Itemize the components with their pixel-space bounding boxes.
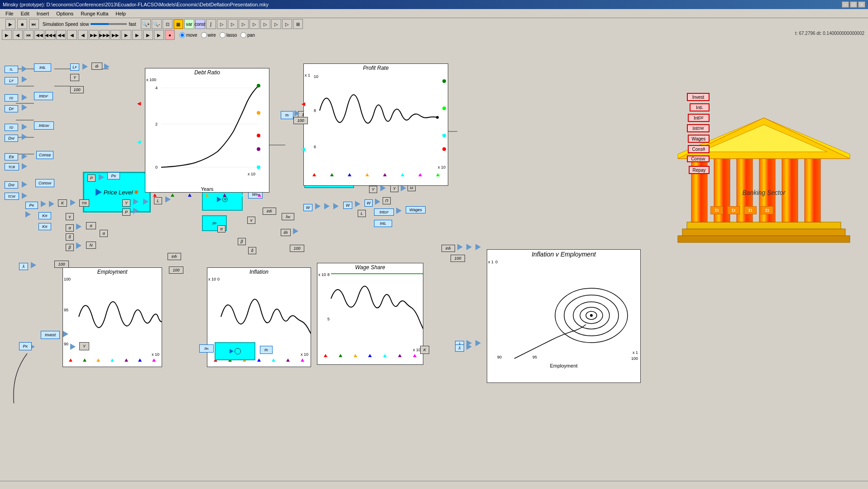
menu-file[interactable]: File [2,10,17,17]
infr-block3[interactable]: infr [168,253,181,260]
intDF-block[interactable]: IntDF [34,92,53,100]
st4-block[interactable]: Σt [761,206,773,214]
intL-btn[interactable]: IntL [690,103,710,111]
tCW-block[interactable]: τCW [5,193,19,200]
rD-block1[interactable]: rD [5,94,18,102]
100-block3[interactable]: 100 [290,245,304,252]
employment-chart[interactable]: Employment 100 95 90 x 10 [62,267,162,367]
zoom-out-button[interactable]: 🔍- [152,19,162,29]
prev4-btn[interactable]: ◀◀ [56,30,66,40]
btn2[interactable]: ▷ [228,19,238,29]
next2-btn[interactable]: ▶▶▶ [100,30,110,40]
btn7[interactable]: ▷ [282,19,292,29]
next7-btn[interactable]: ▶ [154,30,164,40]
EB-block[interactable]: EB [5,153,18,160]
dlamb-block[interactable]: ∂λ [281,229,291,236]
zoom-fit-button[interactable]: ⊡ [163,19,173,29]
W-block2[interactable]: W [343,202,352,209]
beta-block2[interactable]: β [238,238,246,245]
integ-button[interactable]: ∫ [206,19,216,29]
K-block[interactable]: K [58,199,67,207]
Pi-block[interactable]: Π [383,197,391,204]
PK-block1[interactable]: PK [107,172,120,179]
100-block7[interactable]: 100 [169,266,183,274]
next3-btn[interactable]: ▶▶ [110,30,120,40]
next4-btn[interactable]: ▶ [121,30,131,40]
stop-button[interactable]: ■ [17,19,27,29]
infr-block1[interactable]: infr [263,208,276,215]
v-block2[interactable]: v [247,217,255,224]
IntL-block2[interactable]: IntL [374,220,392,227]
DF-block[interactable]: DF [5,105,18,112]
intDW-btn[interactable]: IntDW [687,124,710,132]
tCB-block[interactable]: τCB [5,163,19,170]
close-button[interactable]: × [858,1,865,8]
alpha-block1[interactable]: α [66,224,74,232]
Y-block5[interactable]: Y [79,342,89,350]
var-button[interactable]: var [184,19,194,29]
piR-block2[interactable]: πr [260,346,273,354]
inflation-employment-chart[interactable]: Inflation v Employment x 1 0 x 1 100 90 … [487,249,641,383]
YR-block[interactable]: YR [79,199,89,207]
move-radio[interactable] [179,32,185,38]
zoom-in-button[interactable]: 🔍+ [141,19,151,29]
menu-options[interactable]: Options [53,10,77,17]
L-block2[interactable]: L [358,210,366,217]
alpha-block4[interactable]: α [217,225,225,232]
menu-insert[interactable]: Insert [33,10,53,17]
beta-block[interactable]: β [66,244,74,251]
W-block3[interactable]: W [364,199,373,207]
lambda-block1[interactable]: λ [19,263,28,270]
KR-block2[interactable]: KR [38,223,51,230]
btn5[interactable]: ▷ [260,19,270,29]
repay-btn[interactable]: Repay [689,166,710,174]
btn4[interactable]: ▷ [249,19,259,29]
PK-block2[interactable]: PK [25,202,38,209]
rewind-btn[interactable]: ◀ [13,30,23,40]
const-button[interactable]: const [195,19,205,29]
maximize-button[interactable]: □ [850,1,857,8]
btn3[interactable]: ▷ [239,19,249,29]
L-block[interactable]: L [154,197,162,204]
st-block[interactable]: Σt [710,206,723,214]
consW-btn[interactable]: ConsW [687,155,710,162]
intDF-btn[interactable]: IntDF [688,114,710,122]
rD-block2[interactable]: rD [5,124,18,131]
wages-btn[interactable]: Wages [688,135,710,143]
infr-block2[interactable]: infr [441,245,455,252]
100-block6[interactable]: 100 [293,117,308,124]
plot-button[interactable]: ▦ [173,19,183,29]
Y-block4[interactable]: Y [390,185,398,192]
K-block2[interactable]: K [420,346,429,354]
lambda-block3[interactable]: λ [455,344,464,352]
consW-block[interactable]: ConsW [35,179,54,187]
st2-block[interactable]: Σt [727,206,740,214]
pan-radio[interactable] [240,32,246,38]
st3-block[interactable]: Σt [744,206,757,214]
speed-slider[interactable] [91,23,127,25]
play-btn[interactable]: ▶ [2,30,12,40]
v-block1[interactable]: v [66,213,74,220]
Y-block1[interactable]: Y [70,74,79,81]
prev-btn[interactable]: ⏮ [24,30,34,40]
wire-radio[interactable] [201,32,207,38]
next-btn[interactable]: ▶▶ [89,30,99,40]
IntDF-block2[interactable]: IntDF [374,208,394,216]
debt-ratio-chart[interactable]: Debt Ratio x 100 4 2 0 x 10 Years [145,68,269,193]
step-button[interactable]: ⏭ [29,19,39,29]
prev6-btn[interactable]: ◀ [78,30,88,40]
invest-block2[interactable]: Invest [41,331,60,339]
KR-block1[interactable]: KR [38,212,51,219]
W-block1[interactable]: W [303,204,312,211]
Y-block2[interactable]: Y [122,199,130,207]
PK-block3[interactable]: PK [19,342,32,350]
prev3-btn[interactable]: ◀◀◀ [45,30,55,40]
delta-block2[interactable]: δ [248,247,256,254]
Wages-block2[interactable]: Wages [406,206,426,213]
next6-btn[interactable]: ▶ [143,30,153,40]
prev2-btn[interactable]: ◀◀ [34,30,44,40]
LF-block1[interactable]: LF [5,77,18,84]
Y-block3[interactable]: Y [369,186,377,193]
LF-block2[interactable]: LF [70,63,79,71]
prev5-btn[interactable]: ◀ [67,30,77,40]
